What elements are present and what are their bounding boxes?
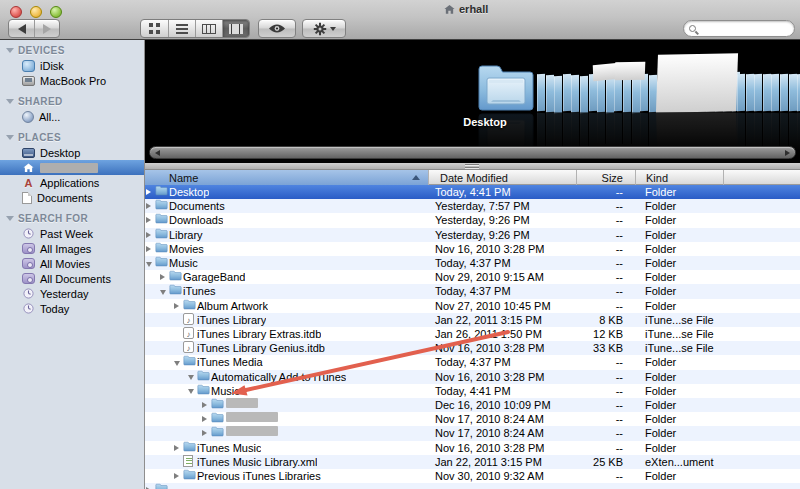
disclosure-closed-icon[interactable] [174,473,179,479]
column-header-kind[interactable]: Kind [635,170,723,185]
table-row[interactable] [145,483,800,489]
cover-item[interactable] [537,74,545,111]
coverflow-view-button[interactable] [222,20,249,37]
table-row[interactable]: Album ArtworkNov 27, 2010 10:45 PM--Fold… [145,299,800,313]
sidebar-item-all[interactable]: All... [0,109,144,124]
action-menu-button[interactable] [302,19,346,38]
cover-item[interactable] [623,75,631,112]
scroll-left-arrow[interactable] [152,148,163,157]
column-header-date-modified[interactable]: Date Modified [428,170,576,185]
cover-item[interactable] [571,75,579,112]
column-header-name[interactable]: Name [145,170,428,185]
cover-item[interactable] [737,74,745,111]
cover-item[interactable] [763,74,771,111]
cover-item[interactable] [580,75,588,112]
disclosure-closed-icon[interactable] [160,274,165,280]
disclosure-closed-icon[interactable] [202,402,207,408]
disclosure-open-icon[interactable] [160,290,166,295]
back-button[interactable] [9,20,34,37]
table-row[interactable]: iTunesToday, 4:37 PM--Folder [145,284,800,298]
file-size: -- [475,469,623,483]
chevron-down-icon[interactable] [6,48,14,53]
cover-item[interactable] [554,75,562,112]
disclosure-open-icon[interactable] [188,389,194,394]
sidebar-item-documents[interactable]: Documents [0,190,144,205]
sidebar-item-today[interactable]: Today [0,301,144,316]
disclosure-closed-icon[interactable] [146,203,151,209]
cover-item[interactable] [746,74,754,111]
search-field[interactable] [683,20,795,37]
disclosure-closed-icon[interactable] [146,189,151,195]
icon-view-button[interactable] [141,20,168,37]
table-row[interactable]: ♪iTunes Library Extras.itdbJan 26, 2011 … [145,327,800,341]
disclosure-closed-icon[interactable] [202,430,207,436]
sidebar-item-all-documents[interactable]: All Documents [0,271,144,286]
sidebar-item-home[interactable] [0,160,144,175]
close-button[interactable] [10,6,22,18]
column-view-button[interactable] [195,20,222,37]
search-input[interactable] [699,23,785,35]
disclosure-closed-icon[interactable] [202,416,207,422]
coverflow-scrollbar[interactable] [149,146,796,159]
sidebar-item-idisk[interactable]: iDisk [0,58,144,73]
cover-item[interactable] [546,75,554,112]
table-row[interactable]: GarageBandNov 29, 2010 9:15 AM--Folder [145,270,800,284]
clock-icon [22,288,35,299]
disclosure-open-icon[interactable] [188,375,194,380]
table-row[interactable]: DownloadsYesterday, 9:26 PM--Folder [145,213,800,227]
chevron-down-icon[interactable] [6,216,14,221]
sidebar-item-all-images[interactable]: All Images [0,241,144,256]
table-row[interactable]: iTunes Music Library.xmlJan 22, 2011 3:1… [145,455,800,469]
table-row[interactable]: Nov 17, 2010 8:24 AM--Folder [145,412,800,426]
disclosure-closed-icon[interactable] [174,303,179,309]
table-row[interactable]: DocumentsYesterday, 7:57 PM--Folder [145,199,800,213]
disclosure-closed-icon[interactable] [146,246,151,252]
cover-item[interactable] [780,74,788,111]
table-row[interactable]: iTunes MediaToday, 4:37 PM--Folder [145,355,800,369]
chevron-down-icon[interactable] [6,99,14,104]
sidebar-item-all-movies[interactable]: All Movies [0,256,144,271]
chevron-down-icon[interactable] [6,135,14,140]
quick-look-button[interactable] [258,19,296,38]
cover-item[interactable] [771,74,779,111]
disclosure-closed-icon[interactable] [174,445,179,451]
cover-item[interactable] [789,74,797,111]
cover-item[interactable] [606,75,614,112]
zoom-button[interactable] [50,6,62,18]
sidebar-item-yesterday[interactable]: Yesterday [0,286,144,301]
disclosure-closed-icon[interactable] [146,232,151,238]
table-row[interactable]: ♪iTunes LibraryJan 22, 2011 3:15 PM8 KBi… [145,313,800,327]
table-row[interactable]: iTunes MusicNov 16, 2010 3:28 PM--Folder [145,441,800,455]
forward-button[interactable] [34,20,59,37]
desktop-icon [22,148,35,158]
table-row[interactable]: MoviesNov 16, 2010 3:28 PM--Folder [145,242,800,256]
disclosure-closed-icon[interactable] [146,217,151,223]
sidebar-item-desktop[interactable]: Desktop [0,145,144,160]
disclosure-open-icon[interactable] [174,361,180,366]
minimize-button[interactable] [30,6,42,18]
desktop-folder-cover[interactable] [477,62,535,112]
table-row[interactable]: ♪iTunes Library Genius.itdbNov 16, 2010 … [145,341,800,355]
table-row[interactable]: LibraryYesterday, 9:26 PM--Folder [145,228,800,242]
cover-item[interactable] [754,74,762,111]
sidebar-item-macbook-pro[interactable]: MacBook Pro [0,73,144,88]
file-size: 33 KB [475,341,623,355]
list-view-button[interactable] [168,20,195,37]
table-row[interactable]: Dec 16, 2010 10:09 PM--Folder [145,398,800,412]
cover-page-item[interactable] [615,62,646,81]
table-row[interactable]: Automatically Add to iTunesNov 16, 2010 … [145,370,800,384]
table-row[interactable]: Previous iTunes LibrariesNov 30, 2010 9:… [145,469,800,483]
cover-item[interactable] [632,75,640,112]
table-row[interactable]: Nov 17, 2010 8:24 AM--Folder [145,426,800,440]
pane-splitter[interactable] [145,163,800,170]
sidebar-item-past-week[interactable]: Past Week [0,226,144,241]
column-header-size[interactable]: Size [576,170,635,185]
table-row[interactable]: MusicToday, 4:37 PM--Folder [145,256,800,270]
table-row[interactable]: MusicToday, 4:41 PM--Folder [145,384,800,398]
table-row[interactable]: DesktopToday, 4:41 PM--Folder [145,185,800,199]
scroll-right-arrow[interactable] [782,148,793,157]
disclosure-open-icon[interactable] [146,262,152,267]
column-header-blank[interactable] [723,170,800,185]
sidebar-item-applications[interactable]: AApplications [0,175,144,190]
cover-item[interactable] [563,74,571,111]
